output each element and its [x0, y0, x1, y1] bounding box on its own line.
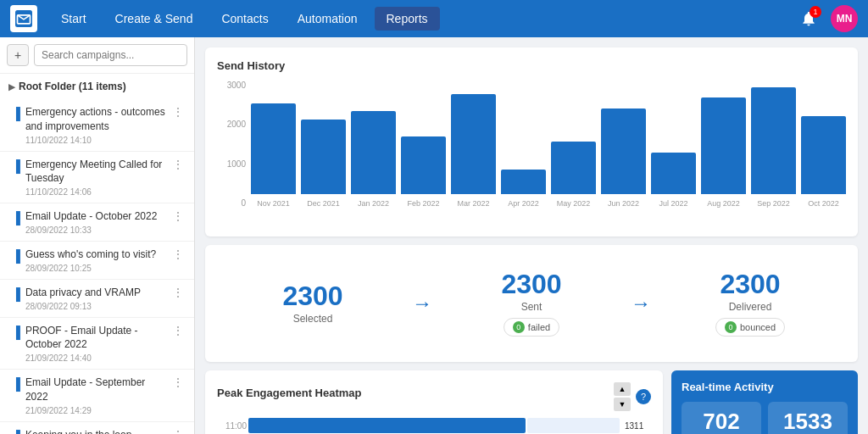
main-layout: + ▶ Root Folder (11 items) ▐ Emergency a…	[0, 37, 868, 434]
delivered-label: Delivered	[668, 301, 832, 313]
campaign-item-1[interactable]: ▐ Emergency Meeting Called for Tuesday 1…	[0, 152, 194, 204]
bar-label-6: May 2022	[557, 199, 591, 208]
campaign-item-7[interactable]: ▐ Keeping you in the loop 21/09/2022 14:…	[0, 422, 194, 434]
bar-group-dec-2021: Dec 2021	[301, 120, 346, 208]
add-campaign-button[interactable]: +	[7, 44, 29, 66]
y-label-2000: 2000	[227, 120, 246, 129]
bar-group-mar-2022: Mar 2022	[451, 94, 496, 208]
bar-chart-area: 3000 2000 1000 0 Nov 2021 Dec 2021 Jan 2…	[217, 81, 846, 225]
campaign-title: Email Update - September 2022	[25, 376, 165, 404]
failed-dot: 0	[513, 321, 525, 333]
campaign-title: PROOF - Email Update - October 2022	[25, 324, 165, 353]
nav-reports[interactable]: Reports	[375, 7, 440, 31]
heatmap-cell-1100-high	[248, 418, 526, 433]
campaign-date: 11/10/2022 14:10	[25, 136, 165, 145]
failed-badge-area: 0 failed	[449, 318, 614, 337]
bar-4[interactable]	[451, 94, 496, 194]
bar-6[interactable]	[551, 142, 596, 194]
campaign-text-block: Emergency Meeting Called for Tuesday 11/…	[25, 158, 165, 198]
failed-label: failed	[528, 322, 550, 332]
bar-8[interactable]	[651, 153, 696, 194]
campaign-title: Keeping you in the loop	[25, 428, 165, 434]
bar-0[interactable]	[251, 103, 296, 194]
bar-chart-icon: ▐	[12, 377, 20, 391]
campaign-more-button[interactable]: ⋮	[170, 324, 186, 337]
campaign-date: 21/09/2022 14:29	[25, 406, 165, 415]
campaign-date: 28/09/2022 10:33	[25, 225, 165, 235]
bar-7[interactable]	[601, 108, 646, 194]
bar-label-8: Jul 2022	[659, 199, 687, 208]
bar-9[interactable]	[701, 97, 746, 194]
campaign-title: Emergency actions - outcomes and improve…	[25, 105, 165, 134]
campaign-title: Data privacy and VRAMP	[25, 286, 165, 300]
heatmap-time-1100: 11:00	[217, 421, 247, 431]
bar-label-10: Sep 2022	[757, 199, 790, 208]
bar-1[interactable]	[301, 120, 346, 194]
campaign-more-button[interactable]: ⋮	[170, 286, 186, 299]
app-logo[interactable]	[10, 5, 37, 32]
campaign-date: 28/09/2022 09:13	[25, 302, 165, 311]
selected-number: 2300	[231, 282, 395, 309]
bounced-dot: 0	[725, 321, 737, 333]
campaign-title: Emergency Meeting Called for Tuesday	[25, 158, 165, 186]
nav-contacts[interactable]: Contacts	[209, 7, 280, 31]
bottom-row: Peak Engagement Heatmap ▲ ▼ ? 11:00	[205, 370, 858, 434]
root-folder-header[interactable]: ▶ Root Folder (11 items)	[0, 74, 194, 99]
campaign-more-button[interactable]: ⋮	[170, 248, 186, 261]
bar-2[interactable]	[351, 111, 396, 194]
bar-chart-icon: ▐	[12, 326, 20, 339]
realtime-stats: 702 Emails Open 1533 Clicks	[682, 402, 848, 434]
campaign-item-3[interactable]: ▐ Guess who's coming to visit? 28/09/202…	[0, 242, 194, 280]
campaign-date: 11/10/2022 14:06	[25, 187, 165, 197]
bar-label-4: Mar 2022	[457, 199, 489, 208]
nav-start[interactable]: Start	[49, 7, 98, 31]
sent-label: Sent	[449, 301, 614, 313]
campaign-date: 28/09/2022 10:25	[25, 264, 165, 273]
campaign-more-button[interactable]: ⋮	[170, 158, 186, 171]
campaign-text-block: Keeping you in the loop 21/09/2022 14:04	[25, 428, 165, 434]
heatmap-title-row: Peak Engagement Heatmap ▲ ▼ ?	[217, 382, 651, 411]
emails-open-stat: 702 Emails Open	[682, 402, 761, 434]
campaign-item-0[interactable]: ▐ Emergency actions - outcomes and impro…	[0, 99, 194, 152]
bar-10[interactable]	[751, 87, 796, 194]
bar-5[interactable]	[501, 170, 546, 194]
delivered-number: 2300	[668, 270, 832, 298]
nav-create-send[interactable]: Create & Send	[103, 7, 205, 31]
heatmap-help-icon[interactable]: ?	[636, 389, 651, 404]
campaign-more-button[interactable]: ⋮	[170, 209, 186, 223]
user-avatar[interactable]: MN	[831, 5, 858, 32]
sent-number: 2300	[449, 270, 614, 298]
campaign-item-4[interactable]: ▐ Data privacy and VRAMP 28/09/2022 09:1…	[0, 280, 194, 318]
campaign-title: Email Update - October 2022	[25, 209, 165, 224]
campaign-item-5[interactable]: ▐ PROOF - Email Update - October 2022 21…	[0, 318, 194, 370]
campaign-item-2[interactable]: ▐ Email Update - October 2022 28/09/2022…	[0, 203, 194, 242]
bar-11[interactable]	[801, 116, 846, 194]
heatmap-grid: 11:00 1311 12:00 477 13:00	[217, 418, 651, 434]
y-label-0: 0	[241, 198, 246, 208]
campaign-more-button[interactable]: ⋮	[170, 376, 186, 389]
scroll-up-button[interactable]: ▲	[614, 382, 631, 396]
realtime-title: Real-time Activity	[682, 381, 848, 393]
realtime-card: Real-time Activity 702 Emails Open 1533 …	[671, 370, 858, 434]
nav-automation[interactable]: Automation	[286, 7, 370, 31]
campaign-more-button[interactable]: ⋮	[170, 428, 186, 434]
notification-badge: 1	[810, 6, 821, 18]
sent-stat: 2300 Sent 0 failed	[436, 257, 627, 350]
bar-chart-icon: ▐	[12, 430, 20, 434]
send-history-title: Send History	[217, 59, 846, 72]
search-input[interactable]	[34, 44, 187, 66]
campaign-text-block: Emergency actions - outcomes and improve…	[25, 105, 165, 145]
arrow-sent: →	[409, 292, 436, 315]
campaign-item-6[interactable]: ▐ Email Update - September 2022 21/09/20…	[0, 370, 194, 422]
bar-3[interactable]	[401, 136, 446, 194]
notifications-bell[interactable]: 1	[795, 5, 822, 32]
bar-group-sep-2022: Sep 2022	[751, 87, 796, 208]
campaign-more-button[interactable]: ⋮	[170, 105, 186, 119]
stats-row: 2300 Selected → 2300 Sent 0 failed →	[217, 257, 846, 350]
campaign-text-block: Guess who's coming to visit? 28/09/2022 …	[25, 248, 165, 273]
heatmap-row-1100: 11:00 1311	[217, 418, 651, 433]
campaign-list: ▐ Emergency actions - outcomes and impro…	[0, 99, 194, 434]
scroll-down-button[interactable]: ▼	[614, 398, 631, 411]
heatmap-scroll-buttons: ▲ ▼	[614, 382, 631, 411]
clicks-number: 1533	[775, 410, 841, 432]
